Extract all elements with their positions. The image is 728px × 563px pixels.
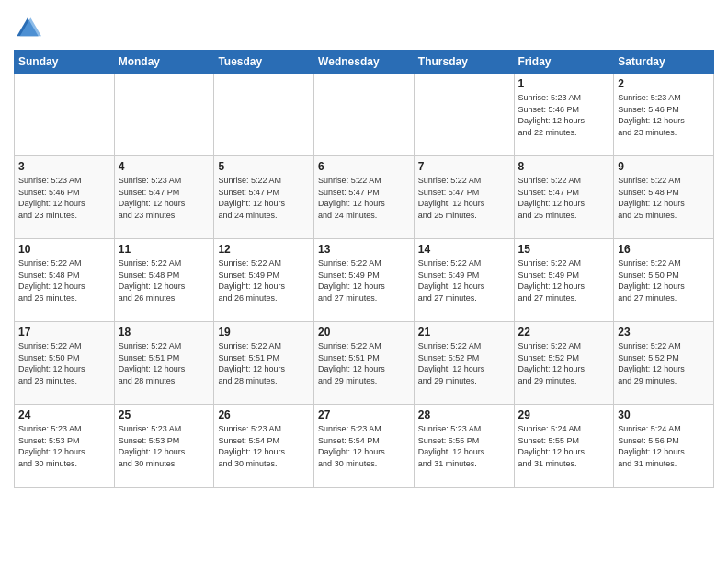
calendar-cell: 20Sunrise: 5:22 AMSunset: 5:51 PMDayligh…	[314, 322, 415, 405]
cell-info: Sunrise: 5:23 AMSunset: 5:46 PMDaylight:…	[18, 175, 110, 221]
cell-info: Sunrise: 5:23 AMSunset: 5:46 PMDaylight:…	[518, 92, 610, 138]
cell-info: Sunrise: 5:22 AMSunset: 5:47 PMDaylight:…	[218, 175, 310, 221]
day-number: 10	[18, 243, 110, 256]
calendar-cell	[114, 74, 214, 156]
day-number: 4	[119, 160, 210, 173]
cell-info: Sunrise: 5:22 AMSunset: 5:51 PMDaylight:…	[218, 340, 310, 386]
week-row-2: 10Sunrise: 5:22 AMSunset: 5:48 PMDayligh…	[15, 239, 714, 322]
calendar-cell: 5Sunrise: 5:22 AMSunset: 5:47 PMDaylight…	[214, 156, 314, 239]
weekday-wednesday: Wednesday	[314, 51, 415, 74]
calendar-cell: 14Sunrise: 5:22 AMSunset: 5:49 PMDayligh…	[414, 239, 514, 322]
calendar-cell: 1Sunrise: 5:23 AMSunset: 5:46 PMDaylight…	[514, 74, 614, 156]
day-number: 14	[418, 243, 510, 256]
calendar-cell: 19Sunrise: 5:22 AMSunset: 5:51 PMDayligh…	[214, 322, 314, 405]
calendar-cell	[414, 74, 514, 156]
header	[14, 9, 714, 42]
weekday-sunday: Sunday	[15, 51, 115, 74]
weekday-friday: Friday	[514, 51, 614, 74]
weekday-row: SundayMondayTuesdayWednesdayThursdayFrid…	[15, 51, 714, 74]
day-number: 25	[119, 408, 210, 421]
cell-info: Sunrise: 5:23 AMSunset: 5:46 PMDaylight:…	[618, 92, 710, 138]
calendar-header: SundayMondayTuesdayWednesdayThursdayFrid…	[15, 51, 714, 74]
calendar-cell: 23Sunrise: 5:22 AMSunset: 5:52 PMDayligh…	[614, 322, 714, 405]
day-number: 3	[18, 160, 110, 173]
day-number: 15	[518, 243, 610, 256]
cell-info: Sunrise: 5:22 AMSunset: 5:52 PMDaylight:…	[618, 340, 710, 386]
cell-info: Sunrise: 5:24 AMSunset: 5:56 PMDaylight:…	[618, 423, 710, 469]
cell-info: Sunrise: 5:23 AMSunset: 5:53 PMDaylight:…	[18, 423, 110, 469]
day-number: 16	[618, 243, 710, 256]
day-number: 19	[218, 326, 310, 339]
cell-info: Sunrise: 5:22 AMSunset: 5:49 PMDaylight:…	[418, 258, 510, 304]
calendar-cell: 29Sunrise: 5:24 AMSunset: 5:55 PMDayligh…	[514, 405, 614, 488]
cell-info: Sunrise: 5:22 AMSunset: 5:47 PMDaylight:…	[418, 175, 510, 221]
cell-info: Sunrise: 5:23 AMSunset: 5:53 PMDaylight:…	[119, 423, 210, 469]
calendar-cell	[314, 74, 415, 156]
calendar-cell: 4Sunrise: 5:23 AMSunset: 5:47 PMDaylight…	[114, 156, 214, 239]
week-row-3: 17Sunrise: 5:22 AMSunset: 5:50 PMDayligh…	[15, 322, 714, 405]
weekday-thursday: Thursday	[414, 51, 514, 74]
cell-info: Sunrise: 5:23 AMSunset: 5:55 PMDaylight:…	[418, 423, 510, 469]
calendar-cell: 10Sunrise: 5:22 AMSunset: 5:48 PMDayligh…	[15, 239, 115, 322]
weekday-monday: Monday	[114, 51, 214, 74]
week-row-1: 3Sunrise: 5:23 AMSunset: 5:46 PMDaylight…	[15, 156, 714, 239]
calendar-cell: 8Sunrise: 5:22 AMSunset: 5:47 PMDaylight…	[514, 156, 614, 239]
weekday-saturday: Saturday	[614, 51, 714, 74]
day-number: 5	[218, 160, 310, 173]
cell-info: Sunrise: 5:22 AMSunset: 5:49 PMDaylight:…	[318, 258, 410, 304]
calendar-cell: 16Sunrise: 5:22 AMSunset: 5:50 PMDayligh…	[614, 239, 714, 322]
day-number: 27	[318, 408, 410, 421]
calendar-cell: 11Sunrise: 5:22 AMSunset: 5:48 PMDayligh…	[114, 239, 214, 322]
calendar-cell: 12Sunrise: 5:22 AMSunset: 5:49 PMDayligh…	[214, 239, 314, 322]
day-number: 13	[318, 243, 410, 256]
day-number: 2	[618, 77, 710, 90]
cell-info: Sunrise: 5:23 AMSunset: 5:54 PMDaylight:…	[318, 423, 410, 469]
cell-info: Sunrise: 5:22 AMSunset: 5:50 PMDaylight:…	[618, 258, 710, 304]
cell-info: Sunrise: 5:22 AMSunset: 5:52 PMDaylight:…	[418, 340, 510, 386]
cell-info: Sunrise: 5:22 AMSunset: 5:49 PMDaylight:…	[218, 258, 310, 304]
day-number: 18	[119, 326, 210, 339]
cell-info: Sunrise: 5:22 AMSunset: 5:52 PMDaylight:…	[518, 340, 610, 386]
day-number: 23	[618, 326, 710, 339]
calendar-cell: 6Sunrise: 5:22 AMSunset: 5:47 PMDaylight…	[314, 156, 415, 239]
cell-info: Sunrise: 5:22 AMSunset: 5:48 PMDaylight:…	[18, 258, 110, 304]
calendar-cell	[15, 74, 115, 156]
calendar: SundayMondayTuesdayWednesdayThursdayFrid…	[14, 50, 714, 488]
day-number: 7	[418, 160, 510, 173]
weekday-tuesday: Tuesday	[214, 51, 314, 74]
day-number: 21	[418, 326, 510, 339]
day-number: 11	[119, 243, 210, 256]
cell-info: Sunrise: 5:22 AMSunset: 5:48 PMDaylight:…	[119, 258, 210, 304]
calendar-cell: 22Sunrise: 5:22 AMSunset: 5:52 PMDayligh…	[514, 322, 614, 405]
cell-info: Sunrise: 5:22 AMSunset: 5:47 PMDaylight:…	[318, 175, 410, 221]
calendar-cell: 26Sunrise: 5:23 AMSunset: 5:54 PMDayligh…	[214, 405, 314, 488]
cell-info: Sunrise: 5:22 AMSunset: 5:49 PMDaylight:…	[518, 258, 610, 304]
logo	[14, 15, 45, 42]
logo-icon	[14, 15, 41, 42]
day-number: 28	[418, 408, 510, 421]
cell-info: Sunrise: 5:24 AMSunset: 5:55 PMDaylight:…	[518, 423, 610, 469]
cell-info: Sunrise: 5:22 AMSunset: 5:51 PMDaylight:…	[318, 340, 410, 386]
cell-info: Sunrise: 5:22 AMSunset: 5:47 PMDaylight:…	[518, 175, 610, 221]
week-row-4: 24Sunrise: 5:23 AMSunset: 5:53 PMDayligh…	[15, 405, 714, 488]
day-number: 6	[318, 160, 410, 173]
day-number: 12	[218, 243, 310, 256]
calendar-cell: 24Sunrise: 5:23 AMSunset: 5:53 PMDayligh…	[15, 405, 115, 488]
day-number: 1	[518, 77, 610, 90]
day-number: 17	[18, 326, 110, 339]
calendar-cell: 9Sunrise: 5:22 AMSunset: 5:48 PMDaylight…	[614, 156, 714, 239]
calendar-cell: 25Sunrise: 5:23 AMSunset: 5:53 PMDayligh…	[114, 405, 214, 488]
day-number: 8	[518, 160, 610, 173]
week-row-0: 1Sunrise: 5:23 AMSunset: 5:46 PMDaylight…	[15, 74, 714, 156]
day-number: 30	[618, 408, 710, 421]
calendar-cell: 28Sunrise: 5:23 AMSunset: 5:55 PMDayligh…	[414, 405, 514, 488]
cell-info: Sunrise: 5:22 AMSunset: 5:50 PMDaylight:…	[18, 340, 110, 386]
day-number: 26	[218, 408, 310, 421]
calendar-cell: 17Sunrise: 5:22 AMSunset: 5:50 PMDayligh…	[15, 322, 115, 405]
calendar-cell: 18Sunrise: 5:22 AMSunset: 5:51 PMDayligh…	[114, 322, 214, 405]
calendar-cell: 21Sunrise: 5:22 AMSunset: 5:52 PMDayligh…	[414, 322, 514, 405]
day-number: 9	[618, 160, 710, 173]
calendar-cell: 15Sunrise: 5:22 AMSunset: 5:49 PMDayligh…	[514, 239, 614, 322]
calendar-cell: 27Sunrise: 5:23 AMSunset: 5:54 PMDayligh…	[314, 405, 415, 488]
calendar-cell: 2Sunrise: 5:23 AMSunset: 5:46 PMDaylight…	[614, 74, 714, 156]
